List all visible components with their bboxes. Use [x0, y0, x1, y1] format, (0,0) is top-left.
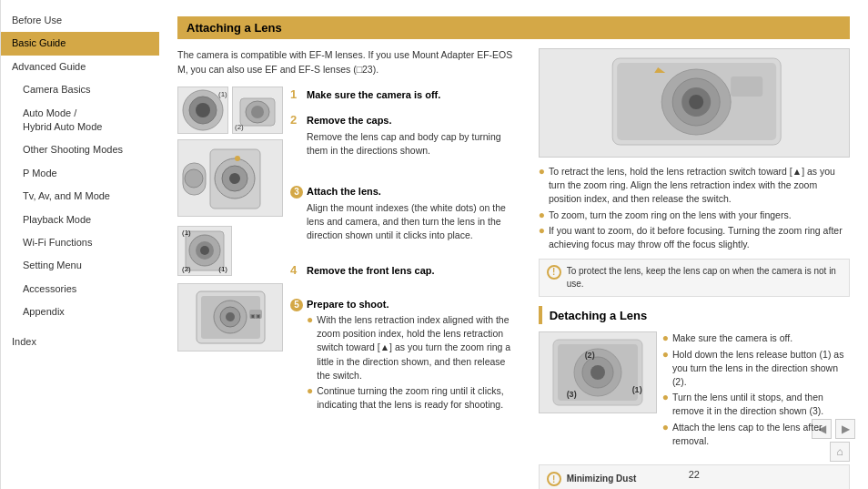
step-5-bullet-2: Continue turning the zoom ring until it … [317, 384, 520, 412]
sidebar-item-wifi[interactable]: Wi-Fi Functions [1, 231, 159, 254]
step-1: 1 Make sure the camera is off. [290, 87, 520, 103]
sidebar-item-settings[interactable]: Setting Menu [1, 254, 159, 277]
sidebar-item-advanced-guide[interactable]: Advanced Guide [1, 56, 159, 78]
sidebar-item-camera-basics[interactable]: Camera Basics [1, 78, 159, 101]
step-1-2-images: (1) (2) [177, 87, 283, 134]
sidebar-item-playback[interactable]: Playback Mode [1, 209, 159, 231]
sidebar-item-appendix[interactable]: Appendix [1, 301, 159, 323]
step-2-title: Remove the caps. [307, 114, 392, 127]
step-4: 4 Remove the front lens cap. [290, 262, 520, 279]
detach-bullet-3: Turn the lens until it stops, and then r… [672, 391, 850, 418]
note-text: To protect the lens, keep the lens cap o… [567, 265, 842, 290]
steps-container: (1) (2) [177, 87, 520, 422]
step-4-images: (1) (2) (1) [177, 226, 283, 276]
detach-title-strip: Detaching a Lens [539, 306, 850, 324]
detach-bullet-4: Attach the lens cap to the lens after re… [672, 421, 850, 448]
detach-bullet-2: Hold down the lens release button (1) as… [672, 348, 850, 390]
sidebar-item-tv-av-m[interactable]: Tv, Av, and M Mode [1, 185, 159, 208]
step-5-title: Prepare to shoot. [307, 298, 389, 311]
intro-text: The camera is compatible with EF-M lense… [177, 48, 520, 77]
sidebar-item-basic-guide[interactable]: Basic Guide [1, 32, 159, 55]
svg-text:(1): (1) [218, 90, 227, 98]
note-box: ! To protect the lens, keep the lens cap… [539, 259, 850, 297]
detach-bullet-1: Make sure the camera is off. [672, 331, 792, 345]
step-1-title: Make sure the camera is off. [307, 88, 440, 102]
step-5: 5 Prepare to shoot. ● With the lens retr… [290, 298, 520, 413]
left-column: The camera is compatible with EF-M lense… [177, 48, 520, 489]
sidebar: Before Use Basic Guide Advanced Guide Ca… [0, 0, 159, 489]
page-number: 22 [689, 469, 700, 480]
right-bullets-section: ● To retract the lens, hold the lens ret… [539, 165, 850, 251]
note-icon: ! [547, 265, 561, 280]
detach-image-area: (3) (2) (1) ● Make sure the camera is of… [539, 331, 850, 457]
right-bullet-1: To retract the lens, hold the lens retra… [549, 165, 850, 207]
main-camera-image [539, 48, 850, 158]
dust-icon: ! [547, 472, 561, 486]
sidebar-item-other-modes[interactable]: Other Shooting Modes [1, 138, 159, 161]
step-1-num: 1 [290, 87, 303, 103]
main-content: Attaching a Lens The camera is compatibl… [159, 0, 868, 489]
svg-rect-32 [731, 76, 762, 97]
dust-title: Minimizing Dust [567, 472, 842, 485]
step-images: (1) (2) [177, 87, 283, 422]
svg-point-37 [590, 365, 605, 380]
svg-point-6 [251, 106, 264, 118]
detach-camera-image: (3) (2) (1) [539, 331, 657, 413]
section-bar [539, 306, 542, 324]
body-cap-image: (2) [232, 87, 283, 134]
step-3: 3 Attach the lens. Align the mount index… [290, 185, 520, 242]
svg-point-23 [226, 312, 235, 321]
sidebar-item-accessories[interactable]: Accessories [1, 278, 159, 301]
detach-bullets: ● Make sure the camera is off. ● Hold do… [662, 331, 850, 450]
svg-point-12 [235, 156, 240, 161]
steps-text: 1 Make sure the camera is off. 2 Remove … [290, 87, 520, 422]
sidebar-item-auto-mode[interactable]: Auto Mode / Hybrid Auto Mode [1, 102, 159, 139]
sidebar-item-index[interactable]: Index [1, 331, 159, 353]
step-3-title: Attach the lens. [307, 185, 381, 199]
svg-point-18 [200, 246, 209, 255]
lens-image: (1) [177, 87, 228, 134]
svg-point-14 [185, 169, 203, 188]
two-col-layout: The camera is compatible with EF-M lense… [177, 48, 850, 489]
step-5-bullets: ● With the lens retraction index aligned… [290, 313, 520, 413]
right-column: ● To retract the lens, hold the lens ret… [539, 48, 850, 489]
step-3-body: Align the mount indexes (the white dots)… [290, 201, 520, 243]
step-2-num: 2 [290, 112, 303, 128]
attach-lens-image [177, 139, 283, 217]
svg-point-31 [689, 95, 703, 109]
step-5-num: 5 [290, 299, 303, 311]
step-4-num: 4 [290, 262, 303, 279]
intro-ref: □23). [357, 64, 378, 75]
step-2: 2 Remove the caps. Remove the lens cap a… [290, 112, 520, 158]
sidebar-item-p-mode[interactable]: P Mode [1, 162, 159, 185]
shoot-image: ▣▣ [177, 283, 283, 351]
right-bullet-3: If you want to zoom, do it before focusi… [549, 224, 850, 251]
front-cap-image: (1) (2) (1) [177, 226, 232, 276]
svg-text:▣▣: ▣▣ [250, 313, 261, 319]
page-title: Attaching a Lens [177, 16, 850, 39]
detach-title: Detaching a Lens [550, 309, 648, 322]
right-bullet-2: To zoom, turn the zoom ring on the lens … [549, 209, 792, 222]
step-2-body: Remove the lens cap and body cap by turn… [290, 130, 520, 158]
detach-section: Detaching a Lens (3) [539, 306, 850, 489]
step-5-bullet-1: With the lens retraction index aligned w… [317, 313, 520, 382]
step-3-num: 3 [290, 186, 303, 199]
step-4-title: Remove the front lens cap. [307, 264, 435, 278]
svg-point-10 [229, 173, 240, 184]
svg-point-2 [196, 103, 210, 117]
sidebar-item-before-use[interactable]: Before Use [1, 9, 159, 32]
